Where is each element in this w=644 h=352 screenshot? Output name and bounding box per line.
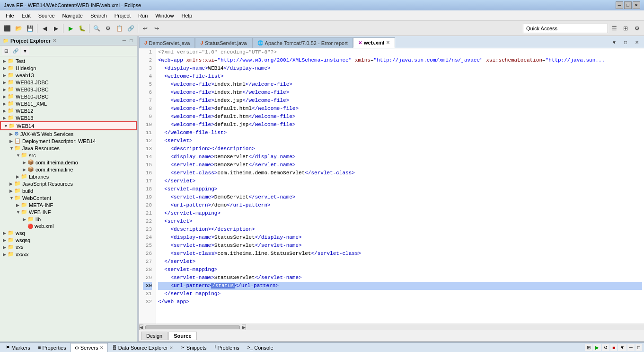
tree-item-web12[interactable]: ▶ 📁 WEB12: [0, 107, 137, 114]
code-editor[interactable]: 1 2 3 4 5 6 7 8 9 10 11 12 13 14 15 16 1…: [139, 48, 644, 324]
toolbar-btn-8[interactable]: ↩: [140, 23, 150, 34]
quick-access-input[interactable]: Quick Access: [523, 24, 608, 33]
hscroll-left[interactable]: ◀: [139, 325, 143, 330]
project-tree: ▶ 📁 Test ▶ 📁 UIdesign ▶ 📁 weab13 ▶ 📁 WE: [0, 56, 137, 342]
hscroll-right[interactable]: ▶: [242, 325, 246, 330]
tree-item-pkg2[interactable]: ▶ 📦 com.itheima.line: [0, 166, 137, 173]
tab-demoservlet[interactable]: J DemoServlet.java: [139, 37, 195, 48]
menu-project[interactable]: Project: [111, 12, 134, 19]
toolbar: ⬛ 📂 💾 ◀ ▶ ▶ 🐛 🔍 ⚙ 📋 🔗 ↩ ↪ Quick Access ☰…: [0, 21, 644, 36]
code-content[interactable]: <?xml version="1.0" encoding="UTF-8"?> <…: [156, 48, 644, 324]
perspective-btn-3[interactable]: ⚙: [632, 23, 642, 34]
tree-item-wsqsq[interactable]: ▶ 📁 wsqsq: [0, 236, 137, 244]
tree-item-web10jdbc[interactable]: ▶ 📁 WEB10-JDBC: [0, 93, 137, 100]
perspective-btn-1[interactable]: ☰: [609, 23, 619, 34]
tree-item-metainf[interactable]: ▶ 📁 META-INF: [0, 201, 137, 208]
bp-close-servers[interactable]: ✕: [100, 345, 104, 350]
toolbar-btn-9[interactable]: ↪: [151, 23, 162, 34]
bp-tab-datasource[interactable]: 🗄 Data Source Explorer ✕: [108, 343, 177, 352]
toolbar-btn-4[interactable]: 🔍: [91, 23, 102, 34]
tree-item-deploy[interactable]: ▶ 📋 Deployment Descriptor: WEB14: [0, 137, 137, 144]
hscroll-bar[interactable]: [145, 325, 240, 329]
tree-item-wsq[interactable]: ▶ 📁 wsq: [0, 229, 137, 236]
menu-edit[interactable]: Edit: [18, 12, 35, 19]
tree-item-webinf[interactable]: ▼ 📁 WEB-INF: [0, 208, 137, 216]
tree-item-web08jdbc[interactable]: ▶ 📁 WEB08-JDBC: [0, 79, 137, 86]
menu-navigate[interactable]: Navigate: [59, 12, 87, 19]
tree-item-xxxxx[interactable]: ▶ 📁 xxxxx: [0, 251, 137, 258]
tab-webxml[interactable]: ✕ web.xml ✕: [353, 37, 395, 48]
bp-tab-console[interactable]: >_ Console: [244, 343, 277, 352]
tree-item-web14[interactable]: ▼ 📁 WEB14: [0, 121, 137, 130]
editor-tab-menu[interactable]: ▼: [609, 37, 619, 48]
tree-item-web11xml[interactable]: ▶ 📁 WEB11_XML: [0, 100, 137, 107]
tree-item-weab13[interactable]: ▶ 📁 weab13: [0, 72, 137, 79]
bp-tab-servers[interactable]: ⚙ Servers ✕: [71, 343, 108, 352]
toolbar-btn-6[interactable]: 📋: [114, 23, 124, 34]
tree-item-webcontent[interactable]: ▼ 📁 WebContent: [0, 194, 137, 201]
close-window-button[interactable]: ✕: [633, 1, 640, 9]
tree-item-test[interactable]: ▶ 📁 Test: [0, 57, 137, 64]
tree-item-jaxws[interactable]: ▶ ⚙ JAX-WS Web Services: [0, 130, 137, 137]
tree-item-web09jdbc[interactable]: ▶ 📁 WEB09-JDBC: [0, 86, 137, 93]
editor-restore[interactable]: □: [620, 37, 631, 48]
tree-item-src[interactable]: ▼ 📁 src: [0, 152, 137, 159]
open-button[interactable]: 📂: [13, 23, 24, 34]
tree-item-web13[interactable]: ▶ 📁 WEB13: [0, 114, 137, 121]
tree-item-pkg1[interactable]: ▶ 📦 com.itheima.demo: [0, 159, 137, 166]
code-line-18: <servlet-mapping>: [158, 185, 642, 193]
debug-button[interactable]: 🐛: [77, 23, 87, 34]
link-editor-btn[interactable]: 🔗: [11, 46, 20, 55]
menu-help[interactable]: Help: [177, 12, 196, 19]
tree-item-javares[interactable]: ▼ 📁 Java Resources: [0, 144, 137, 152]
editor-hscroll[interactable]: ◀ ▶: [139, 324, 644, 330]
tree-item-jsres[interactable]: ▶ 📁 JavaScript Resources: [0, 180, 137, 187]
back-button[interactable]: ◀: [39, 23, 50, 34]
code-line-26: <servlet-class>com.itheima.line.StatusSe…: [158, 250, 642, 258]
perspective-btn-2[interactable]: ⊞: [620, 23, 631, 34]
tree-item-lib[interactable]: ▶ 📁 lib: [0, 216, 137, 223]
tab-close-webxml[interactable]: ✕: [386, 40, 390, 45]
new-button[interactable]: ⬛: [2, 23, 12, 34]
bp-stop-server[interactable]: ■: [610, 344, 617, 351]
tab-statusservlet[interactable]: J StatusServlet.java: [195, 37, 252, 48]
menu-window[interactable]: Window: [151, 12, 177, 19]
bp-minimize[interactable]: ─: [627, 344, 635, 351]
bp-new-server[interactable]: ⊞: [585, 344, 592, 351]
bp-tab-snippets[interactable]: ✂ Snippets: [177, 343, 211, 352]
forward-button[interactable]: ▶: [51, 23, 61, 34]
bp-start-server[interactable]: ▶: [593, 344, 601, 351]
pe-min-btn[interactable]: ─: [121, 37, 127, 44]
menu-search[interactable]: Search: [87, 12, 111, 19]
run-button[interactable]: ▶: [65, 23, 76, 34]
bp-tab-problems[interactable]: ! Problems: [211, 343, 243, 352]
toolbar-btn-7[interactable]: 🔗: [125, 23, 136, 34]
menu-run[interactable]: Run: [134, 12, 151, 19]
source-tab[interactable]: Source: [168, 332, 196, 340]
save-button[interactable]: 💾: [25, 23, 35, 34]
bp-menu[interactable]: ▼: [618, 344, 626, 351]
bp-restart-server[interactable]: ↺: [602, 344, 609, 351]
bp-maximize[interactable]: □: [635, 344, 642, 351]
code-line-5: <welcome-file>index.html</welcome-file>: [158, 81, 642, 89]
design-tab[interactable]: Design: [141, 332, 168, 340]
minimize-button[interactable]: ─: [616, 1, 623, 9]
menu-file[interactable]: File: [2, 12, 18, 19]
collapse-all-btn[interactable]: ⊟: [2, 46, 10, 55]
tree-item-uidesign[interactable]: ▶ 📁 UIdesign: [0, 64, 137, 72]
tab-tomcat-error[interactable]: 🌐 Apache Tomcat/7.0.52 - Error report: [252, 37, 353, 48]
tree-item-xxx[interactable]: ▶ 📁 xxx: [0, 244, 137, 251]
bp-close-datasource[interactable]: ✕: [169, 345, 173, 350]
toolbar-btn-5[interactable]: ⚙: [103, 23, 113, 34]
pe-max-btn[interactable]: □: [128, 37, 134, 44]
bp-tab-markers[interactable]: ⚑ Markers: [2, 343, 34, 352]
bp-tab-properties[interactable]: ≡ Properties: [35, 343, 70, 352]
sidebar-menu-btn[interactable]: ▼: [21, 46, 29, 55]
tree-item-build[interactable]: ▶ 📁 build: [0, 187, 137, 194]
tree-item-libraries[interactable]: ▶ 📁 Libraries: [0, 173, 137, 180]
tree-item-webxml[interactable]: ▶ 🔴 web.xml: [0, 223, 137, 229]
maximize-button[interactable]: □: [624, 1, 632, 9]
design-source-bar: Design Source: [139, 330, 644, 342]
editor-close[interactable]: ✕: [632, 37, 642, 48]
menu-source[interactable]: Source: [35, 12, 59, 19]
